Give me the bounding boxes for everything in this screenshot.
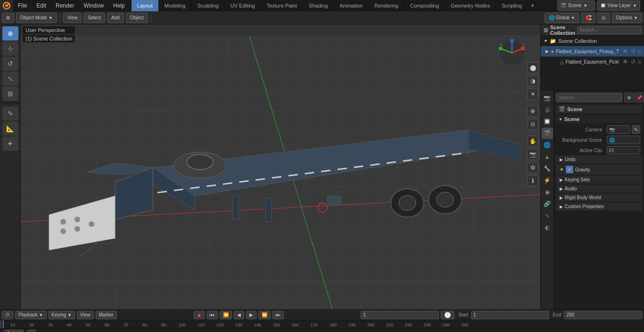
tool-scale[interactable]: ⤡ xyxy=(2,72,18,86)
viewport-shading-material[interactable]: ◑ xyxy=(527,75,538,87)
frame-clock-btn[interactable]: 🕐 xyxy=(441,311,454,319)
outliner-item-scene-collection[interactable]: ▼ 📁 Scene Collection xyxy=(541,36,644,46)
props-particles-icon[interactable]: ⚡ xyxy=(542,175,553,186)
scene-selector[interactable]: 🎬 Scene ▼ xyxy=(557,0,595,11)
custom-props-header[interactable]: ▶ Custom Properties xyxy=(556,202,642,211)
view-layer-selector[interactable]: 🔲 View Layer ▼ xyxy=(597,0,640,11)
global-transform-btn[interactable]: 🌐 Global ▼ xyxy=(545,13,579,23)
camera-value[interactable]: 📷 xyxy=(607,125,630,134)
props-output-icon[interactable]: 🖨 xyxy=(542,104,553,115)
help-menu[interactable]: Help xyxy=(108,0,130,11)
props-data-icon[interactable]: ∿ xyxy=(542,210,553,221)
record-btn[interactable]: ● xyxy=(194,311,204,319)
view-menu-timeline-btn[interactable]: View xyxy=(77,311,94,319)
end-frame-input[interactable]: 250 xyxy=(564,311,642,319)
tab-sculpting[interactable]: Sculpting xyxy=(191,0,224,11)
units-header[interactable]: ▶ Units xyxy=(556,155,642,163)
render-icon-2[interactable]: ⌾ xyxy=(638,59,641,65)
render-menu[interactable]: Render xyxy=(51,0,79,11)
object-menu-btn[interactable]: Object xyxy=(126,13,148,23)
viewport-gizmo[interactable]: X Y Z xyxy=(498,39,526,67)
edit-menu[interactable]: Edit xyxy=(32,0,51,11)
play-reverse-btn[interactable]: ◀ xyxy=(234,311,244,319)
viewport-shading-rendered[interactable]: ☀ xyxy=(527,89,538,100)
next-frame-btn[interactable]: ⏩ xyxy=(258,311,271,319)
visibility-icon[interactable]: 👁 xyxy=(623,49,628,54)
tab-layout[interactable]: Layout xyxy=(132,0,159,11)
props-object-icon[interactable]: ▲ xyxy=(542,151,553,162)
outliner-item-flatbed-mesh[interactable]: △ Flatbed_Equipment_Picki 👁 ↺ ⌾ xyxy=(541,57,644,67)
tab-animation[interactable]: Animation xyxy=(334,0,369,11)
keying-menu-btn[interactable]: Keying ▼ xyxy=(49,311,75,319)
proportional-btn[interactable]: ◎ xyxy=(597,13,610,23)
select-status-btn[interactable]: Select xyxy=(4,330,24,332)
play-btn[interactable]: ▶ xyxy=(246,311,256,319)
marker-menu-btn[interactable]: Marker xyxy=(96,311,117,319)
props-physics-icon[interactable]: ◉ xyxy=(542,186,553,198)
gravity-checkbox[interactable]: ✓ xyxy=(566,166,573,173)
gravity-header[interactable]: ▼ ✓ Gravity xyxy=(556,164,642,175)
render-tool-btn[interactable]: ⚙ xyxy=(527,162,538,173)
current-frame-input[interactable]: 1 xyxy=(361,311,439,319)
tab-uv-editing[interactable]: UV Editing xyxy=(225,0,261,11)
visibility-icon-2[interactable]: 👁 xyxy=(623,59,628,65)
outliner-item-flatbed-collection[interactable]: ▶ ● Flatbed_Equipment_Pickup_T 👁 ↺ ⌾ xyxy=(541,46,644,57)
outliner-search[interactable] xyxy=(577,26,642,34)
tool-cursor[interactable]: ⊕ xyxy=(2,26,18,40)
props-scene-icon[interactable]: 🎬 xyxy=(542,128,553,139)
audio-header[interactable]: ▶ Audio xyxy=(556,185,642,193)
camera-tool-btn[interactable]: 📷 xyxy=(527,149,538,160)
object-mode-btn[interactable]: Object Mode ▼ xyxy=(16,13,57,23)
jump-end-btn[interactable]: ⏭ xyxy=(272,311,284,319)
props-world-icon[interactable]: 🌐 xyxy=(542,139,553,151)
tab-compositing[interactable]: Compositing xyxy=(405,0,445,11)
props-view-layer-icon[interactable]: 🔲 xyxy=(542,116,553,127)
editor-type-btn[interactable]: ⊞ xyxy=(2,13,14,23)
select-icon-2[interactable]: ↺ xyxy=(631,59,635,65)
tab-shading[interactable]: Shading xyxy=(303,0,334,11)
select-menu-btn[interactable]: Select xyxy=(83,13,105,23)
info-tool-btn[interactable]: ℹ xyxy=(527,175,538,186)
options-btn[interactable]: Options ▼ xyxy=(612,13,642,23)
jump-start-btn[interactable]: ⏮ xyxy=(206,311,218,319)
tool-measure[interactable]: 📐 xyxy=(2,121,18,136)
tab-scripting[interactable]: Scripting xyxy=(496,0,528,11)
props-material-icon[interactable]: ◐ xyxy=(542,222,553,233)
props-modifier-icon[interactable]: 🔧 xyxy=(542,163,553,174)
tool-move[interactable]: ⊹ xyxy=(2,41,18,56)
bg-scene-value[interactable]: 🌐 xyxy=(607,136,640,144)
render-icon-out[interactable]: ⌾ xyxy=(638,49,641,54)
view-menu-btn[interactable]: View xyxy=(63,13,82,23)
timeline-numbers[interactable]: 10 20 30 40 50 60 70 80 90 100 110 120 1… xyxy=(0,320,644,328)
start-frame-input[interactable]: 1 xyxy=(471,311,549,319)
props-settings-btn[interactable]: ⚙ xyxy=(624,93,634,102)
viewport-overlay-btn[interactable]: ⊕ xyxy=(527,105,538,117)
timeline-track[interactable]: 10 20 30 40 50 60 70 80 90 100 110 120 1… xyxy=(2,320,644,328)
add-menu-btn[interactable]: Add xyxy=(107,13,124,23)
file-menu[interactable]: File xyxy=(13,0,32,11)
playback-menu-btn[interactable]: Playback ▼ xyxy=(15,311,47,319)
props-scene-sub[interactable]: ▼ Scene xyxy=(556,115,642,123)
app-logo[interactable] xyxy=(0,0,13,11)
props-pin-btn[interactable]: 📌 xyxy=(635,93,644,102)
tab-rendering[interactable]: Rendering xyxy=(369,0,405,11)
props-search-input[interactable] xyxy=(556,93,622,102)
tool-annotate[interactable]: ✎ xyxy=(2,106,18,121)
add-workspace-btn[interactable]: + xyxy=(528,2,537,9)
window-menu[interactable]: Window xyxy=(79,0,108,11)
tab-texture-paint[interactable]: Texture Paint xyxy=(261,0,303,11)
prev-frame-btn[interactable]: ⏪ xyxy=(220,311,232,319)
tab-modeling[interactable]: Modeling xyxy=(159,0,192,11)
snap-btn[interactable]: 🧲 xyxy=(581,13,595,23)
tool-add[interactable]: + xyxy=(2,137,18,151)
active-clip-value[interactable]: 🎞 xyxy=(607,146,640,154)
pan-tool-btn[interactable]: ✋ xyxy=(527,136,538,147)
props-render-icon[interactable]: 📷 xyxy=(542,92,553,104)
camera-edit-btn[interactable]: ✎ xyxy=(632,125,640,134)
viewport-gizmo-btn[interactable]: ⊙ xyxy=(527,119,538,130)
viewport-3d[interactable]: User Perspective (1) Scene Collection X … xyxy=(21,24,540,309)
viewport-shading-solid[interactable]: ⬤ xyxy=(527,62,538,73)
tab-geometry-nodes[interactable]: Geometry Nodes xyxy=(445,0,496,11)
keying-sets-header[interactable]: ▶ Keying Sets xyxy=(556,176,642,184)
rigid-body-header[interactable]: ▶ Rigid Body World xyxy=(556,194,642,202)
